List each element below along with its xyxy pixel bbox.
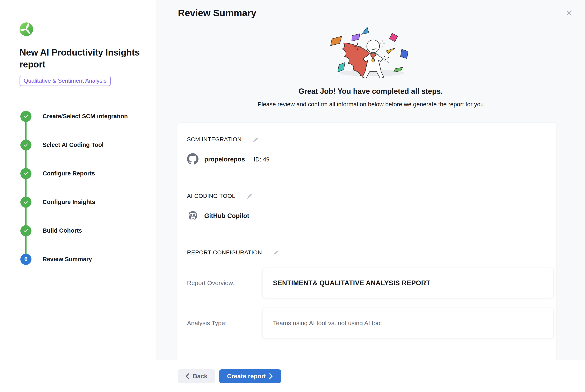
chevron-right-icon	[269, 373, 273, 379]
close-icon[interactable]	[564, 8, 575, 19]
page-title: Review Summary	[178, 8, 256, 18]
propeller-pinwheel-icon	[20, 22, 33, 36]
step-label: Create/Select SCM integration	[42, 113, 128, 120]
stepper: Create/Select SCM integration Select AI …	[20, 102, 144, 274]
check-icon	[20, 111, 32, 122]
divider	[187, 356, 554, 356]
back-button[interactable]: Back	[178, 370, 215, 383]
pencil-icon[interactable]	[272, 249, 280, 256]
scm-integration-row: propelorepos ID: 49	[187, 153, 554, 166]
report-overview-row: Report Overview: SENTIMENT& QUALITATIVE …	[187, 268, 554, 298]
step-item-5[interactable]: Build Cohorts	[20, 216, 144, 245]
step-label: Review Summary	[42, 256, 92, 263]
step-label: Build Cohorts	[42, 227, 82, 234]
check-icon	[20, 196, 32, 208]
analysis-type-row: Analysis Type: Teams using AI tool vs. n…	[187, 308, 554, 338]
step-label: Configure Reports	[42, 170, 95, 177]
ai-tool-section-label: AI CODING TOOL	[187, 193, 235, 199]
check-icon	[20, 225, 32, 236]
check-icon	[20, 140, 32, 150]
step-item-4[interactable]: Configure Insights	[20, 188, 144, 216]
create-report-button[interactable]: Create report	[219, 370, 281, 383]
step-label: Configure Insights	[42, 199, 95, 206]
divider	[187, 174, 554, 175]
scm-section-header: SCM INTEGRATION	[187, 136, 554, 143]
scm-section-label: SCM INTEGRATION	[187, 136, 242, 143]
pencil-icon[interactable]	[245, 192, 253, 200]
hero-heading: Great Job! You have completed all steps.	[156, 87, 585, 96]
celebration-illustration	[321, 22, 420, 78]
report-config-section-label: REPORT CONFIGURATION	[187, 249, 262, 256]
analysis-type-label: Analysis Type:	[187, 320, 262, 326]
main-scroll-area: Review Summary	[156, 0, 585, 360]
main-header: Review Summary	[156, 0, 585, 19]
wizard-footer: Back Create report	[156, 360, 585, 392]
step-item-3[interactable]: Configure Reports	[20, 159, 144, 188]
analysis-type-value: Teams using AI tool vs. not using AI too…	[273, 320, 382, 326]
chevron-left-icon	[185, 373, 190, 379]
report-type-badge: Qualitative & Sentiment Analysis	[20, 76, 111, 86]
report-config-section-header: REPORT CONFIGURATION	[187, 249, 554, 256]
copilot-icon	[187, 210, 198, 222]
scm-integration-name: propelorepos	[204, 156, 245, 163]
ai-tool-section-header: AI CODING TOOL	[187, 192, 554, 200]
step-number-badge: 6	[20, 254, 32, 265]
ai-tool-row: GitHub Copilot	[187, 210, 554, 222]
pencil-icon[interactable]	[251, 136, 259, 143]
report-overview-value: SENTIMENT& QUALITATIVE ANALYSIS REPORT	[273, 279, 430, 287]
report-overview-label: Report Overview:	[187, 280, 262, 286]
sidebar: New AI Productivity Insights report Qual…	[0, 0, 156, 392]
hero-section: Great Job! You have completed all steps.…	[156, 22, 585, 108]
check-icon	[20, 168, 32, 179]
app-root: New AI Productivity Insights report Qual…	[0, 0, 585, 392]
step-item-2[interactable]: Select AI Coding Tool	[20, 130, 144, 159]
back-button-label: Back	[193, 373, 208, 380]
ai-tool-name: GitHub Copilot	[204, 212, 249, 220]
summary-card: SCM INTEGRATION propelorepos	[177, 122, 556, 360]
analysis-type-value-box: Teams using AI tool vs. not using AI too…	[262, 308, 554, 338]
create-report-button-label: Create report	[227, 373, 266, 380]
step-item-1[interactable]: Create/Select SCM integration	[20, 102, 144, 130]
report-overview-value-box: SENTIMENT& QUALITATIVE ANALYSIS REPORT	[262, 268, 554, 298]
step-label: Select AI Coding Tool	[42, 142, 104, 148]
step-item-6-current[interactable]: 6 Review Summary	[20, 245, 144, 274]
github-icon	[187, 153, 198, 166]
wizard-title: New AI Productivity Insights report	[20, 46, 143, 70]
main-panel: Review Summary	[156, 0, 585, 392]
scm-integration-id: ID: 49	[254, 156, 270, 163]
hero-subheading: Please review and confirm all informatio…	[156, 101, 585, 108]
